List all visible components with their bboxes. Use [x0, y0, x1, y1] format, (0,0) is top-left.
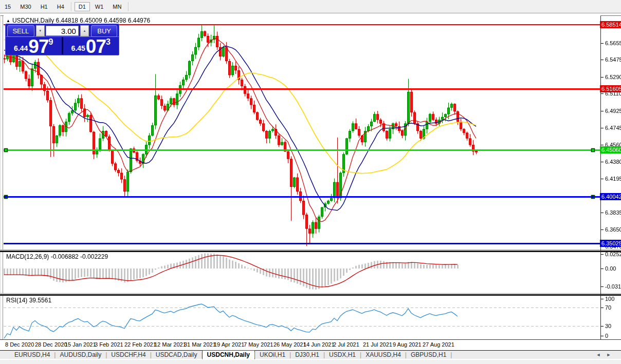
- trade-panel-prices: 6.44 97 9 6.45 07 3: [6, 37, 119, 54]
- sell-button[interactable]: SELL: [7, 25, 34, 37]
- price-axis-label: 6.41950: [605, 176, 621, 182]
- date-axis-label: 26 May 2021: [273, 341, 306, 348]
- price-axis-label: 6.56550: [605, 40, 621, 46]
- macd-indicator-label: MACD(12,26,9) -0.006882 -0.002229: [6, 253, 108, 260]
- status-bar: [0, 359, 621, 364]
- date-axis-label: 12 Mar 2021: [154, 341, 186, 348]
- sell-price[interactable]: 6.44 97 9: [6, 37, 62, 54]
- buy-button-label: BUY: [97, 27, 111, 35]
- sell-button-label: SELL: [12, 27, 29, 35]
- trading-terminal: 15M30H1H4D1W1MN ▲USDCNH,Daily 6.44818 6.…: [0, 0, 621, 364]
- sell-price-big: 97: [28, 39, 48, 54]
- price-axis-label: 6.49250: [605, 108, 621, 114]
- chart-title: ▲USDCNH,Daily 6.44818 6.45009 6.44598 6.…: [6, 17, 150, 24]
- volume-decrease-button[interactable]: ▼: [36, 25, 45, 36]
- macd-axis-label: 0.00: [605, 265, 616, 272]
- tab-dj30-h1[interactable]: DJ30,H1: [290, 351, 324, 359]
- buy-price-pip: 3: [106, 37, 111, 47]
- buy-button[interactable]: BUY: [91, 25, 117, 37]
- rsi-axis-label: 0: [605, 333, 608, 339]
- date-axis-label: 28 Dec 2020: [35, 341, 67, 348]
- panel-splitter-rsi[interactable]: [0, 293, 621, 296]
- macd-axis-label: -0.03198: [605, 283, 621, 290]
- timeframe-button-h4[interactable]: H4: [53, 2, 68, 11]
- date-axis-label: 31 Mar 2021: [184, 341, 216, 348]
- rsi-panel-canvas[interactable]: [4, 296, 600, 339]
- date-axis-label: 21 Jul 2021: [363, 341, 392, 348]
- price-level-badge: 6.45060: [600, 146, 621, 154]
- date-axis-label: 15 Jan 2021: [65, 341, 96, 348]
- tab-usdcnh-daily[interactable]: USDCNH,Daily: [202, 350, 255, 359]
- date-axis-label: 9 Aug 2021: [393, 341, 422, 348]
- symbol-triangle-icon: ▲: [6, 18, 10, 23]
- chart-title-text: USDCNH,Daily 6.44818 6.45009 6.44598 6.4…: [12, 17, 150, 24]
- volume-increase-button[interactable]: ▲: [80, 25, 89, 36]
- tab-usdchf-h4[interactable]: USDCHF,H4: [106, 351, 151, 359]
- date-axis-label: 27 Aug 2021: [423, 341, 454, 348]
- date-axis-label: 22 Feb 2021: [124, 341, 156, 348]
- price-axis-label: 6.52900: [605, 74, 621, 80]
- price-level-badge: 6.51605: [600, 85, 621, 92]
- sell-price-pip: 9: [49, 37, 53, 47]
- chart-tabs-bar: EURUSD,H4|AUDUSD,Daily|USDCHF,H4|USDCAD,…: [0, 351, 621, 359]
- timeframe-toolbar: 15M30H1H4D1W1MN: [0, 0, 621, 13]
- timeframe-button-15[interactable]: 15: [1, 2, 15, 11]
- buy-price-small: 6.45: [71, 44, 85, 52]
- one-click-trading-panel: SELL ▼ ▲ BUY 6.44 97 9 6.45 07 3: [5, 24, 119, 55]
- panel-splitter-macd[interactable]: [0, 250, 621, 252]
- tab-gbpusd-h1[interactable]: GBPUSD,H1: [406, 351, 451, 359]
- timeframe-button-h1[interactable]: H1: [36, 2, 52, 11]
- date-axis-label: 8 Dec 2020: [5, 341, 34, 348]
- rsi-axis-label: 100: [605, 296, 614, 302]
- date-axis-label: 2 Jul 2021: [333, 341, 359, 348]
- arrow-down-icon: ▼: [39, 29, 42, 32]
- toolbar-separator: [71, 2, 72, 11]
- date-axis-label: 19 Apr 2021: [214, 341, 244, 348]
- trade-panel-top-row: SELL ▼ ▲ BUY: [6, 24, 119, 37]
- tab-scroll-left-icon[interactable]: ◄: [593, 352, 604, 357]
- price-axis-label: 6.43800: [605, 159, 621, 165]
- tab-ukoil-h1[interactable]: UKOil,H1: [254, 351, 290, 359]
- sell-price-small: 6.44: [14, 44, 28, 52]
- tab-xauusd-h4[interactable]: XAUUSD,H4: [360, 351, 406, 359]
- tab-usdcad-daily[interactable]: USDCAD,Daily: [151, 351, 203, 359]
- window-border-left: [1, 15, 1, 350]
- date-axis[interactable]: 8 Dec 202028 Dec 202015 Jan 20213 Feb 20…: [0, 340, 621, 350]
- date-axis-label: 7 May 2021: [244, 341, 273, 348]
- tab-usdx-h1[interactable]: USDX,H1: [324, 351, 361, 359]
- timeframe-button-mn[interactable]: MN: [108, 2, 125, 11]
- tab-audusd-daily[interactable]: AUDUSD,Daily: [54, 351, 106, 359]
- price-axis-label: 6.38350: [605, 209, 621, 216]
- buy-price-big: 07: [86, 39, 106, 54]
- price-level-badge: 6.58514: [600, 21, 621, 28]
- price-axis[interactable]: 6.565506.547506.529006.511006.492506.474…: [600, 16, 621, 339]
- buy-price[interactable]: 6.45 07 3: [63, 37, 119, 54]
- rsi-axis-label: 70: [605, 304, 611, 311]
- price-level-badge: 6.40042: [600, 193, 621, 200]
- price-level-badge: 6.35025: [600, 240, 621, 247]
- price-axis-label: 6.36500: [605, 226, 621, 233]
- tab-separator: |: [450, 351, 452, 358]
- price-axis-label: 6.47450: [605, 125, 621, 131]
- volume-input[interactable]: [46, 26, 79, 36]
- rsi-axis-label: 30: [605, 323, 611, 329]
- timeframe-button-w1[interactable]: W1: [91, 2, 108, 11]
- rsi-indicator-label: RSI(14) 39.5561: [6, 297, 51, 304]
- tab-scroll-right-icon[interactable]: ►: [604, 352, 614, 357]
- timeframe-button-d1[interactable]: D1: [75, 2, 90, 11]
- arrow-up-icon: ▲: [83, 29, 86, 32]
- tab-eurusd-h4[interactable]: EURUSD,H4: [9, 351, 55, 359]
- macd-axis-label: 0.025209: [605, 251, 621, 257]
- window-border-left-inner: [3, 15, 3, 350]
- toolbar-separator: [128, 2, 129, 11]
- timeframe-button-m30[interactable]: M30: [16, 2, 35, 11]
- date-axis-label: 14 Jun 2021: [303, 341, 335, 348]
- date-axis-label: 3 Feb 2021: [95, 341, 123, 348]
- price-axis-label: 6.54750: [605, 56, 621, 63]
